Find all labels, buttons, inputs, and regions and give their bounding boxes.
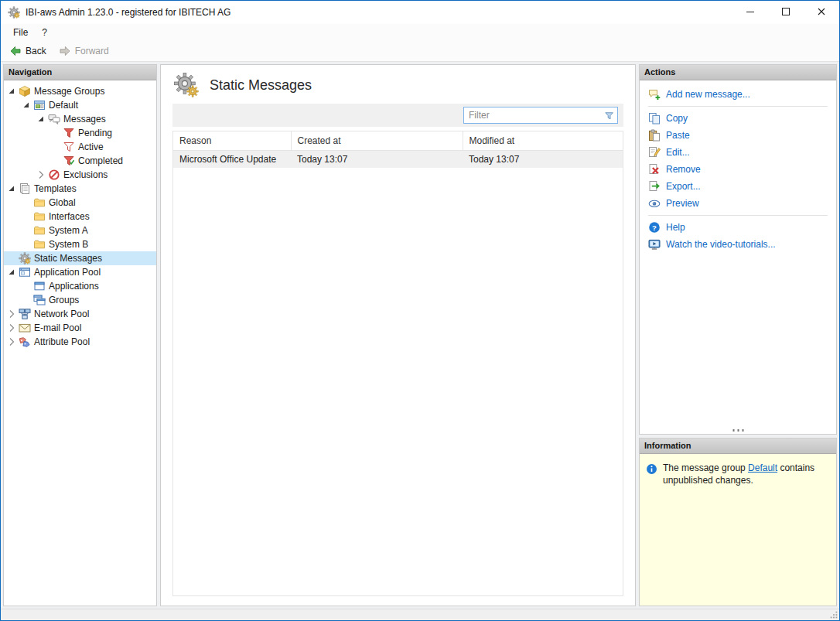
expand-chevron-icon[interactable] xyxy=(35,169,47,181)
expander-spacer xyxy=(20,210,32,223)
default-group-link[interactable]: Default xyxy=(748,462,777,473)
folder-icon xyxy=(33,210,46,223)
tree-item-label: Exclusions xyxy=(63,169,111,180)
collapse-chevron-icon[interactable] xyxy=(5,85,18,97)
tree-item-applications[interactable]: Applications xyxy=(4,279,156,293)
action-export[interactable]: Export... xyxy=(640,178,836,195)
tree-item-pending[interactable]: Pending xyxy=(4,126,156,140)
action-help[interactable]: ?Help xyxy=(640,219,836,236)
tree-item-message-groups[interactable]: Message Groups xyxy=(4,84,156,98)
export-icon xyxy=(648,180,661,193)
action-add-new-message[interactable]: Add new message... xyxy=(640,86,836,103)
column-header-modified-at[interactable]: Modified at xyxy=(463,131,623,151)
close-button[interactable] xyxy=(804,1,839,24)
forward-button[interactable]: Forward xyxy=(53,43,114,59)
menubar: File ? xyxy=(1,24,839,41)
edit-icon xyxy=(648,146,661,159)
column-header-created-at[interactable]: Created at xyxy=(291,131,463,151)
attribute-pool-icon xyxy=(19,336,31,348)
tree-item-system-a[interactable]: System A xyxy=(4,223,156,237)
tree-item-label: Static Messages xyxy=(34,253,105,264)
collapse-chevron-icon[interactable] xyxy=(5,266,18,278)
back-button[interactable]: Back xyxy=(4,43,52,59)
tree-item-templates[interactable]: Templates xyxy=(4,182,156,196)
tree-item-label: Default xyxy=(49,100,81,111)
tree-item-label: Groups xyxy=(49,295,82,305)
action-label: Export... xyxy=(666,181,701,192)
tree-item-e-mail-pool[interactable]: E-mail Pool xyxy=(4,321,156,335)
messages-table: ReasonCreated atModified at Microsoft Of… xyxy=(173,131,623,168)
tree-item-default[interactable]: Default xyxy=(4,98,156,112)
splitter-handle[interactable] xyxy=(732,429,745,432)
filter-input[interactable] xyxy=(464,110,600,121)
expander-spacer xyxy=(20,196,32,209)
action-remove[interactable]: Remove xyxy=(640,161,836,178)
menu-help[interactable]: ? xyxy=(35,25,54,40)
forward-arrow-icon xyxy=(59,45,71,57)
tree-item-messages[interactable]: Messages xyxy=(4,112,156,126)
filter-pending-icon xyxy=(63,127,75,139)
actions-separator xyxy=(648,215,828,216)
action-paste[interactable]: Paste xyxy=(640,127,836,144)
navigation-panel: Navigation Message GroupsDefaultMessages… xyxy=(3,64,157,606)
action-label: Watch the video-tutorials... xyxy=(666,239,776,250)
table-row[interactable]: Microsoft Office UpdateToday 13:07Today … xyxy=(173,151,623,169)
action-label: Edit... xyxy=(666,147,690,158)
expand-chevron-icon[interactable] xyxy=(5,336,18,348)
copy-icon xyxy=(648,112,661,125)
back-button-label: Back xyxy=(26,46,46,56)
resize-grip-icon[interactable] xyxy=(829,610,838,619)
table-cell: Today 13:07 xyxy=(463,151,623,169)
default-group-icon xyxy=(33,99,46,111)
exclusions-icon xyxy=(48,169,60,181)
funnel-icon[interactable] xyxy=(600,107,617,123)
tree-item-global[interactable]: Global xyxy=(4,196,156,210)
tree-item-label: Completed xyxy=(78,155,126,166)
paste-icon xyxy=(648,129,661,142)
tree-item-completed[interactable]: Completed xyxy=(4,154,156,168)
collapse-chevron-icon[interactable] xyxy=(5,183,18,195)
messages-table-body: Microsoft Office UpdateToday 13:07Today … xyxy=(173,151,623,169)
tree-item-application-pool[interactable]: Application Pool xyxy=(4,265,156,279)
window-controls xyxy=(732,1,839,24)
tree-item-attribute-pool[interactable]: Attribute Pool xyxy=(4,335,156,349)
expand-chevron-icon[interactable] xyxy=(5,308,18,320)
expand-chevron-icon[interactable] xyxy=(5,322,18,334)
expander-spacer xyxy=(20,238,32,251)
tree-item-network-pool[interactable]: Network Pool xyxy=(4,307,156,321)
action-copy[interactable]: Copy xyxy=(640,110,836,127)
svg-text:?: ? xyxy=(652,223,657,232)
tree-item-label: Message Groups xyxy=(34,86,108,97)
navigation-tree: Message GroupsDefaultMessagesPendingActi… xyxy=(4,80,156,606)
actions-separator xyxy=(648,106,828,107)
back-arrow-icon xyxy=(9,45,22,57)
minimize-button[interactable] xyxy=(732,1,768,24)
email-pool-icon xyxy=(19,322,31,334)
column-header-reason[interactable]: Reason xyxy=(173,131,291,151)
templates-icon xyxy=(19,183,31,195)
tree-item-interfaces[interactable]: Interfaces xyxy=(4,210,156,223)
expander-spacer xyxy=(50,127,62,139)
collapse-chevron-icon[interactable] xyxy=(20,99,32,111)
messages-table-head-row: ReasonCreated atModified at xyxy=(173,131,623,151)
information-panel: Information The message group Default co… xyxy=(639,438,837,606)
add-message-icon xyxy=(648,88,661,101)
action-edit[interactable]: Edit... xyxy=(640,144,836,161)
tree-item-system-b[interactable]: System B xyxy=(4,237,156,251)
folder-icon xyxy=(33,238,46,251)
collapse-chevron-icon[interactable] xyxy=(35,113,47,125)
tree-item-groups[interactable]: Groups xyxy=(4,293,156,307)
tree-item-static-messages[interactable]: Static Messages xyxy=(4,251,156,265)
action-watch-the-video-tutorials[interactable]: Watch the video-tutorials... xyxy=(640,236,836,253)
tree-item-label: Active xyxy=(78,142,107,152)
folder-icon xyxy=(33,224,46,237)
tree-item-active[interactable]: Active xyxy=(4,140,156,154)
maximize-button[interactable] xyxy=(768,1,804,24)
tree-item-exclusions[interactable]: Exclusions xyxy=(4,168,156,182)
expander-spacer xyxy=(5,252,18,264)
menu-file[interactable]: File xyxy=(6,25,35,40)
action-preview[interactable]: Preview xyxy=(640,195,836,212)
action-label: Copy xyxy=(666,113,688,124)
help-icon: ? xyxy=(648,221,661,234)
tree-item-label: System A xyxy=(49,225,91,236)
